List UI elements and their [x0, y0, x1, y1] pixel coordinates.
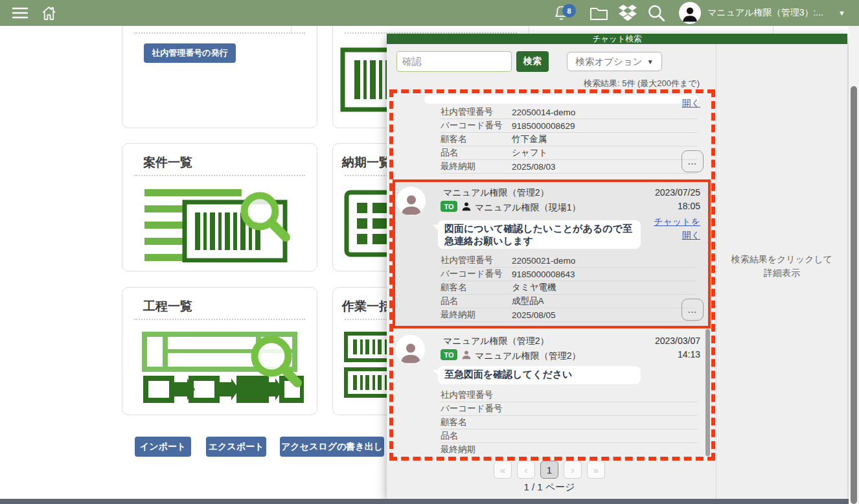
- card-edge-line: [291, 26, 292, 34]
- user-avatar[interactable]: [679, 2, 701, 24]
- message-time: 14:13: [678, 349, 700, 360]
- card-case-list-title: 案件一覧: [143, 154, 192, 171]
- field-value: 2025/08/05: [512, 310, 697, 320]
- more-options-button[interactable]: ...: [681, 299, 704, 321]
- folder-icon[interactable]: [590, 0, 608, 26]
- field-label: 品名: [441, 295, 512, 307]
- divider: [134, 175, 305, 176]
- message-date: 2023/07/25: [655, 187, 700, 198]
- field-row: 顧客名: [441, 416, 697, 430]
- process-list-icon: [142, 332, 304, 407]
- menu-button[interactable]: [12, 0, 29, 26]
- divider: [134, 32, 305, 34]
- home-icon[interactable]: [40, 0, 58, 26]
- to-badge: TO: [441, 349, 457, 360]
- export-button[interactable]: エクスポート: [206, 437, 266, 457]
- search-result-3[interactable]: マニュアル権限（管理2） TO マニュアル権限（管理2） 2023/03/07 …: [394, 329, 705, 456]
- result-count-text: 検索結果: 5件 (最大200件まで): [584, 78, 700, 89]
- field-label: 社内管理番号: [441, 389, 512, 401]
- open-chat-link[interactable]: チャットを: [654, 216, 700, 228]
- field-value: タミヤ電機: [512, 282, 697, 293]
- field-value: 22050014-demo: [512, 108, 697, 117]
- user-menu-chevron-down-icon[interactable]: ▼: [838, 0, 845, 26]
- message-bubble-clipped: [424, 95, 699, 104]
- field-value: 9185000008643: [512, 269, 697, 279]
- card-delivery-list-title: 納期一覧: [342, 154, 391, 171]
- user-menu-label[interactable]: マニュアル権限（管理3）:...: [707, 0, 823, 26]
- field-value: 成型品A: [512, 295, 697, 307]
- recipient-name: マニュアル権限（管理2）: [475, 350, 580, 362]
- dropbox-icon[interactable]: [619, 0, 637, 26]
- field-label: バーコード番号: [441, 268, 512, 280]
- field-label: 品名: [441, 147, 512, 159]
- result-fields: 社内管理番号 22050014-demo バーコード番号 91850000086…: [441, 106, 697, 174]
- search-icon[interactable]: [647, 0, 666, 26]
- field-label: 顧客名: [441, 282, 512, 293]
- pagination-first-button[interactable]: «: [494, 461, 512, 479]
- open-chat-link[interactable]: 開く: [682, 230, 700, 242]
- field-label: 最終納期: [441, 444, 512, 455]
- result-fields: 社内管理番号 22050021-demo バーコード番号 91850000086…: [441, 254, 697, 322]
- case-list-icon: [144, 188, 293, 265]
- issue-control-number-button[interactable]: 社内管理番号の発行: [144, 43, 236, 63]
- notification-count-badge: 8: [562, 4, 576, 17]
- field-row: 最終納期 2025/08/03: [441, 160, 697, 174]
- card-work-batch-title: 作業一括: [342, 298, 391, 315]
- card-case-list[interactable]: 案件一覧: [122, 143, 317, 271]
- pagination-prev-button[interactable]: ‹: [517, 461, 535, 479]
- field-label: バーコード番号: [441, 120, 512, 132]
- field-row: 最終納期 2025/08/05: [441, 308, 697, 322]
- field-row: 社内管理番号 22050021-demo: [441, 254, 697, 268]
- field-label: 最終納期: [441, 161, 512, 172]
- app-root: 社内管理番号の発行 案件一覧: [0, 0, 859, 504]
- chat-search-panel-title: チャット検索: [387, 34, 847, 44]
- field-label: 最終納期: [441, 309, 512, 321]
- pagination-label: 1 / 1 ページ: [492, 481, 606, 494]
- field-label: 顧客名: [441, 417, 512, 428]
- import-button[interactable]: インポート: [135, 437, 191, 457]
- pagination-next-button[interactable]: ›: [564, 461, 582, 479]
- message-bubble: 図面について確認したいことがあるので至急連絡お願いします: [438, 220, 641, 249]
- pagination-page-1-button[interactable]: 1: [540, 461, 558, 479]
- avatar: [396, 187, 426, 216]
- field-row: 品名 シャフト: [441, 146, 697, 160]
- card-process-list[interactable]: 工程一覧: [122, 287, 317, 415]
- browser-scrollbar[interactable]: [849, 26, 859, 504]
- page-bottom-backdrop: [0, 499, 849, 504]
- field-value: 竹下金属: [512, 133, 697, 145]
- sender-name: マニュアル権限（管理2）: [443, 336, 549, 347]
- recipient-name: マニュアル権限（現場1）: [475, 202, 580, 214]
- field-row: 最終納期: [441, 443, 697, 456]
- field-label: 顧客名: [441, 133, 512, 145]
- search-options-label: 検索オプション: [575, 56, 642, 68]
- divider: [134, 319, 305, 320]
- recipient-person-icon: [461, 349, 472, 360]
- search-button[interactable]: 検索: [516, 51, 549, 72]
- pagination-last-button[interactable]: »: [587, 461, 605, 479]
- field-value: シャフト: [512, 147, 697, 159]
- access-log-export-button[interactable]: アクセスログの書き出し: [280, 437, 384, 457]
- field-label: バーコード番号: [441, 403, 512, 415]
- chevron-down-icon: ▼: [647, 58, 654, 65]
- search-result-1[interactable]: 開く 社内管理番号 22050014-demo バーコード番号 91850000…: [394, 93, 705, 179]
- field-row: 品名 成型品A: [441, 295, 697, 308]
- recipient-person-icon: [461, 201, 472, 211]
- chat-search-input[interactable]: [396, 51, 512, 72]
- message-date: 2023/03/07: [655, 336, 700, 346]
- results-scrollbar-thumb[interactable]: [705, 329, 710, 456]
- field-value: 9185000008629: [512, 121, 697, 131]
- field-row: バーコード番号: [441, 402, 697, 416]
- more-options-button[interactable]: ...: [681, 150, 704, 172]
- detail-hint-text: 検索結果をクリックして 詳細表示: [716, 253, 847, 280]
- app-header: 8 マニュアル権限（管理3）:... ▼: [0, 0, 859, 26]
- search-result-2-highlighted[interactable]: マニュアル権限（管理2） TO マニュアル権限（現場1） 2023/07/25 …: [393, 179, 711, 328]
- field-label: 品名: [441, 430, 512, 442]
- result-fields: 社内管理番号 バーコード番号 顧客名 品名 最終納期: [441, 389, 697, 456]
- to-badge: TO: [441, 201, 457, 212]
- sender-name: マニュアル権限（管理2）: [443, 187, 549, 199]
- field-row: 社内管理番号 22050014-demo: [441, 106, 697, 119]
- browser-scrollbar-thumb[interactable]: [851, 86, 857, 504]
- search-options-button[interactable]: 検索オプション ▼: [567, 52, 662, 71]
- field-row: 品名: [441, 430, 697, 443]
- field-row: バーコード番号 9185000008643: [441, 268, 697, 281]
